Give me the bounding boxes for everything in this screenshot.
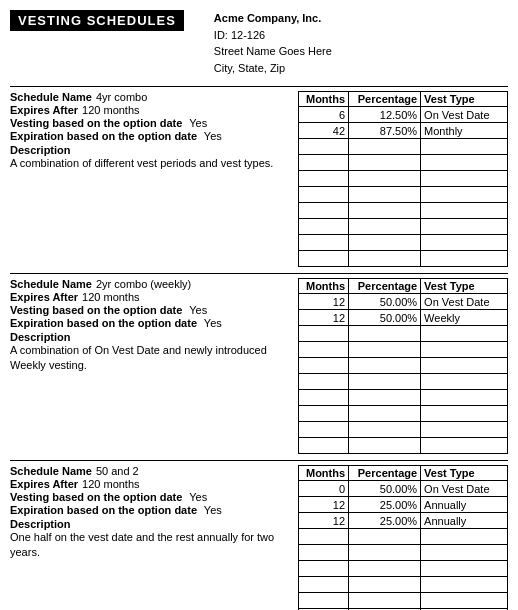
months-cell: 42 [299,123,349,139]
table-row [299,529,508,545]
description-text: A combination of different vest periods … [10,156,292,171]
schedule-table-3: Months Percentage Vest Type 0 50.00% On … [298,465,508,610]
expires-label: Expires After [10,291,78,303]
months-cell [299,251,349,267]
percentage-cell: 87.50% [349,123,421,139]
vesting-row: Vesting based on the option date Yes [10,491,292,503]
percentage-cell [349,529,421,545]
schedule-name-value: 4yr combo [96,91,147,103]
table-row: 42 87.50% Monthly [299,123,508,139]
months-cell [299,155,349,171]
vest-type-cell: Annually [421,497,508,513]
schedule-block-2: Schedule Name 2yr combo (weekly) Expires… [10,273,508,454]
months-cell [299,171,349,187]
months-cell [299,390,349,406]
expiration-row: Expiration based on the option date Yes [10,317,292,329]
table-row [299,422,508,438]
table-row: 0 50.00% On Vest Date [299,481,508,497]
schedule-block-3: Schedule Name 50 and 2 Expires After 120… [10,460,508,610]
expires-value: 120 months [82,478,139,490]
description-section: Description One half on the vest date an… [10,518,292,561]
schedule-name-row: Schedule Name 50 and 2 [10,465,292,477]
page: Vesting Schedules Acme Company, Inc. ID:… [0,0,518,610]
months-cell [299,438,349,454]
expires-label: Expires After [10,104,78,116]
vest-type-cell [421,358,508,374]
expiration-row: Expiration based on the option date Yes [10,504,292,516]
description-section: Description A combination of different v… [10,144,292,171]
schedule-name-label: Schedule Name [10,91,92,103]
vest-type-cell [421,561,508,577]
vest-type-cell: Weekly [421,310,508,326]
table-row [299,593,508,609]
company-street: Street Name Goes Here [214,43,332,60]
table-row [299,561,508,577]
percentage-cell: 50.00% [349,294,421,310]
vest-type-cell [421,171,508,187]
percentage-cell [349,577,421,593]
months-cell: 12 [299,513,349,529]
percentage-cell [349,593,421,609]
percentage-cell [349,342,421,358]
description-label: Description [10,331,71,343]
expires-after-row: Expires After 120 months [10,291,292,303]
months-header: Months [299,92,349,107]
vesting-label: Vesting based on the option date [10,304,182,316]
months-cell [299,577,349,593]
months-cell [299,422,349,438]
schedule-left-3: Schedule Name 50 and 2 Expires After 120… [10,465,292,610]
percentage-cell [349,358,421,374]
percentage-cell [349,171,421,187]
vest-type-header: Vest Type [421,92,508,107]
percentage-cell [349,374,421,390]
vest-type-cell: Monthly [421,123,508,139]
percentage-cell [349,545,421,561]
description-label: Description [10,518,71,530]
months-cell: 0 [299,481,349,497]
description-text: One half on the vest date and the rest a… [10,530,292,561]
percentage-cell: 25.00% [349,497,421,513]
percentage-header: Percentage [349,466,421,481]
months-cell: 12 [299,310,349,326]
vesting-label: Vesting based on the option date [10,117,182,129]
vest-type-cell [421,545,508,561]
table-row [299,139,508,155]
expiration-value: Yes [201,317,222,329]
vest-type-cell [421,406,508,422]
table-row: 12 50.00% Weekly [299,310,508,326]
company-city: City, State, Zip [214,60,332,77]
expiration-label: Expiration based on the option date [10,504,197,516]
percentage-cell [349,155,421,171]
vest-type-cell [421,139,508,155]
percentage-cell [349,139,421,155]
table-row [299,251,508,267]
table-row [299,577,508,593]
data-table: Months Percentage Vest Type 12 50.00% On… [298,278,508,454]
expiration-label: Expiration based on the option date [10,130,197,142]
months-cell [299,545,349,561]
percentage-cell [349,219,421,235]
percentage-cell [349,187,421,203]
months-header: Months [299,466,349,481]
schedule-name-label: Schedule Name [10,278,92,290]
percentage-cell: 12.50% [349,107,421,123]
table-row: 12 25.00% Annually [299,513,508,529]
percentage-cell: 50.00% [349,310,421,326]
schedule-left-1: Schedule Name 4yr combo Expires After 12… [10,91,292,267]
vest-type-header: Vest Type [421,466,508,481]
table-row: 6 12.50% On Vest Date [299,107,508,123]
percentage-header: Percentage [349,92,421,107]
months-cell [299,139,349,155]
expiration-label: Expiration based on the option date [10,317,197,329]
schedule-left-2: Schedule Name 2yr combo (weekly) Expires… [10,278,292,454]
vest-type-cell [421,422,508,438]
months-cell [299,326,349,342]
vest-type-cell [421,342,508,358]
data-table: Months Percentage Vest Type 0 50.00% On … [298,465,508,610]
expires-label: Expires After [10,478,78,490]
percentage-cell [349,203,421,219]
months-cell: 12 [299,497,349,513]
vest-type-cell [421,219,508,235]
expiration-value: Yes [201,130,222,142]
vest-type-cell [421,374,508,390]
